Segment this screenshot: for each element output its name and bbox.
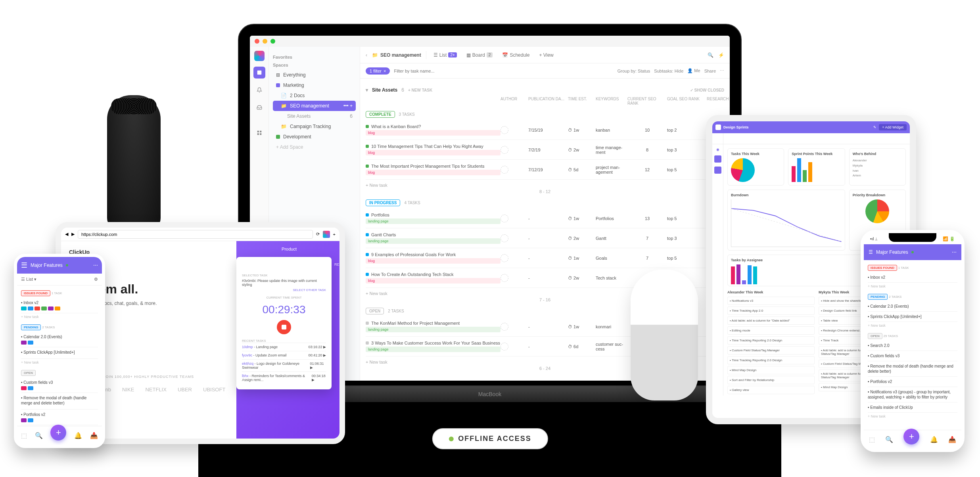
timer-tab[interactable]: TRACK TIME [318, 262, 331, 270]
groupby-control[interactable]: Group by: Status [618, 69, 650, 73]
task-row[interactable]: • Remove the modal of death (handle merg… [868, 361, 957, 377]
task-row[interactable]: • Remove the modal of death (handle merg… [21, 393, 98, 410]
refresh-icon[interactable]: ⟳ [316, 232, 320, 237]
timer-tab[interactable]: TASKS [303, 262, 315, 270]
add-widget-button[interactable]: + Add Widget [879, 124, 907, 130]
task-row[interactable]: • Notifications v3 (groups) - group by i… [868, 387, 957, 402]
sidebar-item-site-assets[interactable]: Site Assets6 [273, 111, 356, 121]
section-title[interactable]: Site Assets [372, 87, 397, 93]
timer-tab[interactable]: SETTINGS [260, 262, 278, 270]
status-pill[interactable]: OPEN [21, 370, 36, 376]
task-row[interactable]: • Portfolios v2 [21, 410, 98, 425]
status-pill[interactable]: PENDING [868, 294, 888, 300]
me-filter[interactable]: 👤 Me [687, 68, 700, 73]
timer-tab[interactable]: REMINDERS [334, 262, 345, 270]
nav-inbox-icon[interactable]: 📥 [90, 432, 98, 439]
widget-burndown[interactable]: Burndown [727, 190, 845, 251]
list-item[interactable]: • Notifications v3 [727, 297, 815, 305]
task-row[interactable]: 10 Time Management Tips That Can Help Yo… [366, 140, 724, 160]
add-tab-icon[interactable]: + [333, 232, 336, 237]
tab-board[interactable]: ▦Board2 [464, 51, 495, 59]
tab-icon[interactable] [323, 231, 330, 238]
timer-tab[interactable]: SPACES [242, 262, 256, 270]
widget-whos-behind[interactable]: Who's Behind AlexanderMykytaIvanArtem [849, 148, 906, 186]
home-icon[interactable] [253, 67, 265, 79]
task-row[interactable]: • Inbox v2 [21, 298, 98, 313]
url-input[interactable] [78, 230, 313, 239]
minimize-dot[interactable] [263, 39, 267, 44]
list-item[interactable]: • Sort and Filter by Relationship [727, 376, 815, 384]
task-row[interactable]: • Custom fields v3 [868, 351, 957, 361]
fab-add-button[interactable]: + [50, 425, 66, 441]
recent-task-row[interactable]: lbhx - Reminders for Tasks/comments & As… [242, 372, 326, 384]
nav-home-icon[interactable]: ⬚ [21, 432, 27, 439]
tab-list[interactable]: ☰List2+ [431, 51, 459, 59]
new-task-link[interactable]: + New task [21, 315, 98, 319]
sidebar-item-development[interactable]: Development [273, 132, 356, 142]
sidebar-item-docs[interactable]: 📄2 Docs [273, 90, 356, 101]
stop-button[interactable] [277, 320, 291, 334]
status-pill[interactable]: COMPLETE [366, 111, 395, 118]
sb-icon[interactable] [714, 167, 721, 174]
sb-icon[interactable] [714, 155, 721, 163]
nav-bell-icon[interactable]: 🔔 [74, 432, 82, 439]
task-row[interactable]: • Custom fields v3 [21, 377, 98, 393]
menu-icon[interactable]: ☰ [869, 249, 873, 255]
task-row[interactable]: • Sprints ClickApp [Unlimited+] [21, 347, 98, 359]
share-button[interactable]: Share [704, 69, 716, 73]
task-row[interactable]: • Calendar 2.0 (Events) [21, 332, 98, 347]
new-task-button[interactable]: + NEW TASK [408, 88, 432, 92]
sidebar-item-everything[interactable]: ⊞Everything [273, 70, 356, 80]
nav-home-icon[interactable]: ⬚ [869, 436, 875, 443]
sidebar-item-marketing[interactable]: Marketing [273, 80, 356, 90]
nav-inbox-icon[interactable]: 📥 [948, 436, 956, 443]
new-task-link[interactable]: + New task [868, 324, 957, 328]
recent-task-row[interactable]: fyov9c - Update Zoom email00:41:20 ▶ [242, 351, 326, 359]
menu-icon[interactable]: ☰ [21, 261, 27, 270]
list-item[interactable]: • Mind Map Design [727, 366, 815, 374]
back-icon[interactable]: ◀ [65, 232, 68, 237]
task-row[interactable]: Gantt Chartslanding page - ⏱ 2w Gantt 7 … [366, 228, 724, 248]
status-pill[interactable]: ISSUES FOUND [21, 290, 50, 296]
more-icon[interactable]: ⋯ [952, 249, 957, 255]
list-item[interactable]: • Gallery view [727, 386, 815, 394]
add-view-button[interactable]: + View [537, 51, 556, 59]
nav-search-icon[interactable]: 🔍 [885, 436, 893, 443]
select-other-task[interactable]: SELECT OTHER TASK [242, 288, 326, 292]
task-row[interactable]: Portfolioslanding page - ⏱ 1w Portfolios… [366, 209, 724, 228]
search-icon[interactable]: 🔍 [708, 52, 713, 58]
inbox-icon[interactable] [253, 102, 265, 113]
recent-task-row[interactable]: ek6hzq - Logo design for Goldeneye Swimw… [242, 359, 326, 372]
widget-sprint-points[interactable]: Sprint Points This Week [788, 148, 845, 186]
task-row[interactable]: • Portfolios v2 [868, 377, 957, 387]
view-selector[interactable]: ☰ List ▾ [21, 277, 36, 282]
nav-bell-icon[interactable]: 🔔 [930, 436, 938, 443]
more-icon[interactable]: ⋯ [93, 262, 98, 268]
breadcrumb[interactable]: 📁SEO management [372, 52, 421, 58]
apps-icon[interactable] [253, 127, 265, 139]
new-task-link[interactable]: + New task [21, 360, 98, 364]
task-row[interactable]: • Search 2.0 [868, 341, 957, 351]
timer-tab[interactable]: NOTEPAD [282, 262, 299, 270]
fab-add-button[interactable]: + [903, 429, 919, 444]
list-item[interactable]: • Editing mode [727, 326, 815, 335]
sb-icon[interactable]: ◉ [716, 148, 719, 151]
sidebar-item-campaign[interactable]: 📁Campaign Tracking [273, 121, 356, 132]
status-pill[interactable]: OPEN [366, 308, 384, 314]
list-item[interactable]: • Time Tracking Reporting 2.0 Design [727, 356, 815, 364]
status-pill[interactable]: OPEN [868, 333, 882, 339]
filter-input[interactable] [394, 69, 613, 73]
add-space-button[interactable]: + Add Space [273, 142, 356, 152]
product-nav[interactable]: Product [240, 244, 336, 254]
status-pill[interactable]: ISSUES FOUND [868, 265, 897, 271]
close-dot[interactable] [255, 39, 259, 44]
filter-icon[interactable]: ⚙ [94, 277, 98, 282]
bell-icon[interactable] [253, 84, 265, 96]
recent-task-row[interactable]: 10dmp - Landing page03:16:22 ▶ [242, 343, 326, 351]
list-item[interactable]: • Time Tracking App 2.0 [727, 307, 815, 315]
more-icon[interactable]: ⋯ [720, 68, 724, 73]
list-item[interactable]: • Time Tracking Reporting 2.0 Design [727, 336, 815, 345]
task-row[interactable]: • Emails inside of ClickUp [868, 402, 957, 413]
back-icon[interactable]: ‹ [366, 52, 367, 58]
task-row[interactable]: • Calendar 2.0 (Events) [868, 301, 957, 312]
